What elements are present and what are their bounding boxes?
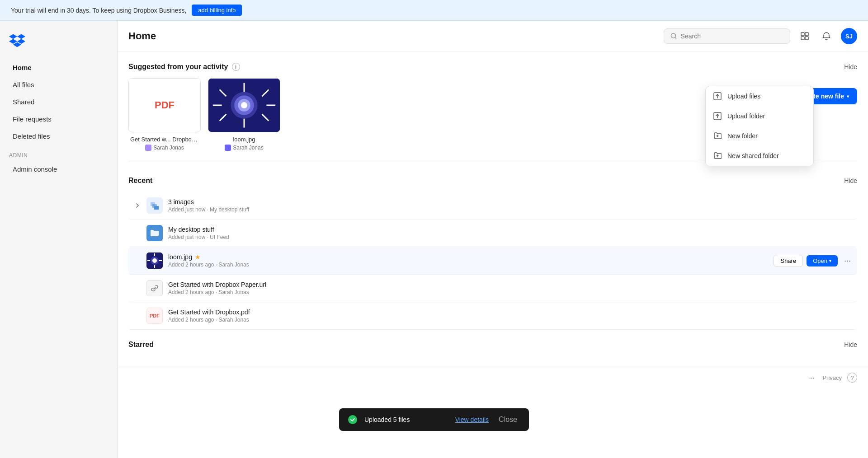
toast-notification: Uploaded 5 files View details Close [339,408,529,431]
recent-title: Recent [128,177,152,185]
paper-more-button[interactable]: ··· [841,282,854,294]
admin-section-label: Admin [0,145,117,160]
desktop-stuff-name: My desktop stuff [168,226,841,233]
pdf-file-name: Get Started w... Dropbox.pdf [128,136,201,143]
new-folder-icon [713,131,722,140]
sidebar: Home All files Shared File requests Dele… [0,21,118,458]
starred-section-header: Starred Hide [128,341,857,349]
images-icon [150,201,160,210]
trial-banner: Your trial will end in 30 days. To keep … [0,0,868,21]
grid-icon [800,32,809,41]
starred-hide-button[interactable]: Hide [844,341,857,348]
suggested-info-icon[interactable]: i [232,63,240,71]
sidebar-nav: Home All files Shared File requests Dele… [0,59,117,452]
notifications-button[interactable] [819,29,834,43]
loom-more-button[interactable]: ··· [841,255,854,266]
recent-hide-button[interactable]: Hide [844,177,857,184]
sidebar-item-all-files[interactable]: All files [4,76,113,93]
pdf-item-meta: Added 2 hours ago · Sarah Jonas [168,317,841,323]
suggested-title: Suggested from your activity i [128,63,240,71]
new-shared-folder-icon [713,151,722,160]
pdf-thumbnail: PDF [128,78,201,132]
loom-meta: Added 2 hours ago · Sarah Jonas [168,262,774,268]
upload-folder-option[interactable]: Upload folder [706,106,813,126]
svg-rect-2 [805,33,808,36]
sidebar-item-deleted-files[interactable]: Deleted files [4,128,113,145]
loom-thumbnail [208,78,280,132]
recent-item-desktop-stuff[interactable]: My desktop stuff Added just now · UI Fee… [128,220,857,247]
desktop-stuff-info: My desktop stuff Added just now · UI Fee… [168,226,841,240]
loom-file-name: loom.jpg [208,136,280,143]
sidebar-item-home[interactable]: Home [4,59,113,76]
pdf-file-owner: Sarah Jonas [128,145,201,151]
paper-icon [146,280,163,296]
desktop-stuff-icon [146,225,163,241]
loom-share-button[interactable]: Share [774,255,803,267]
recent-list: 3 images Added just now · My desktop stu… [128,192,857,330]
pdf-type-label: PDF [150,313,160,318]
pdf-more-button[interactable]: ··· [841,310,854,322]
dropbox-logo-icon[interactable] [9,32,25,48]
svg-rect-3 [801,37,804,40]
search-box[interactable] [664,28,790,44]
suggested-file-card-pdf[interactable]: PDF Get Started w... Dropbox.pdf Sarah J… [128,78,201,151]
loom-star-icon[interactable]: ★ [195,253,201,261]
paper-meta: Added 2 hours ago · Sarah Jonas [168,289,841,295]
folder-icon [150,228,160,238]
footer-more-button[interactable]: ··· [807,373,817,383]
svg-point-0 [671,33,675,38]
pdf-info: Get Started with Dropbox.pdf Added 2 hou… [168,308,841,323]
link-icon [150,284,159,293]
suggested-file-card-loom[interactable]: loom.jpg Sarah Jonas [208,78,280,151]
main-header: Home [118,21,868,52]
sidebar-item-admin-console[interactable]: Admin console [4,161,113,178]
user-avatar[interactable]: SJ [841,28,857,44]
search-icon [670,33,677,40]
loom-open-button[interactable]: Open ▾ [807,255,838,266]
svg-rect-1 [801,33,804,36]
toast-close-button[interactable]: Close [496,415,520,425]
bell-icon [822,32,831,41]
search-input[interactable] [681,33,783,40]
3images-meta: Added just now · My desktop stuff [168,206,841,213]
help-icon[interactable]: ? [847,373,857,383]
privacy-link[interactable]: Privacy [822,374,842,381]
recent-section: Recent Hide [128,177,857,330]
svg-rect-4 [805,37,808,40]
grid-view-button[interactable] [797,29,812,43]
billing-button[interactable]: add billing info [192,5,242,16]
suggested-hide-button[interactable]: Hide [844,63,857,70]
suggested-section-header: Suggested from your activity i Hide [128,63,857,71]
recent-section-header: Recent Hide [128,177,857,185]
sidebar-item-file-requests[interactable]: File requests [4,111,113,127]
3images-name: 3 images [168,198,841,206]
svg-point-23 [152,258,157,263]
3images-more-button[interactable]: ··· [841,200,854,211]
svg-rect-20 [154,206,159,210]
desktop-stuff-more-button[interactable]: ··· [841,227,854,239]
desktop-stuff-meta: Added just now · UI Feed [168,234,841,240]
create-chevron-icon: ▾ [847,94,849,99]
recent-item-3images[interactable]: 3 images Added just now · My desktop stu… [128,192,857,220]
trial-text: Your trial will end in 30 days. To keep … [11,7,186,14]
open-chevron-icon: ▾ [829,258,831,263]
loom-icon-container [146,252,163,269]
main-footer: ··· Privacy ? [118,367,868,388]
logo-area [0,28,117,59]
loom-actions: Share Open ▾ ··· [774,255,854,267]
starred-title: Starred [128,341,154,349]
loom-item-name: loom.jpg ★ [168,253,774,261]
recent-item-pdf[interactable]: PDF Get Started with Dropbox.pdf Added 2… [128,302,857,330]
toast-check-icon [348,415,357,424]
expand-button-3images[interactable] [132,200,143,211]
new-shared-folder-option[interactable]: New shared folder [706,146,813,166]
paper-info: Get Started with Dropbox Paper.url Added… [168,281,841,295]
new-folder-option[interactable]: New folder [706,126,813,146]
upload-files-option[interactable]: Upload files [706,86,813,106]
sidebar-item-shared[interactable]: Shared [4,93,113,110]
recent-item-loom[interactable]: loom.jpg ★ Added 2 hours ago · Sarah Jon… [128,247,857,275]
toast-view-details[interactable]: View details [455,416,489,423]
upload-files-icon [713,92,722,101]
pdf-item-name: Get Started with Dropbox.pdf [168,308,841,316]
recent-item-paper[interactable]: Get Started with Dropbox Paper.url Added… [128,275,857,302]
